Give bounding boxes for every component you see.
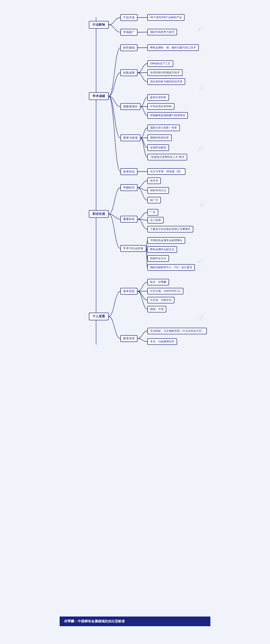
- node-market-detail: 国际市场竞争力提升: [147, 29, 177, 35]
- node-product-detail: 46个系列206个品种的产品: [147, 14, 185, 21]
- node-early1: 技术员: [147, 178, 161, 184]
- node-hon4: "全国杰出优秀科技人才"称号: [147, 154, 187, 160]
- node-career: 职业生涯: [89, 210, 109, 218]
- node-bas1: 姓名：何季麟: [147, 279, 169, 286]
- node-soc4: 国际钽铌研究中心（TIC）执行委员: [147, 264, 195, 271]
- node-hon1: 国家火炬计划奖一等奖: [147, 124, 180, 131]
- node-academic: 学术成就: [89, 92, 109, 100]
- node-edu2: 专业：冶金物理化学: [147, 338, 177, 345]
- node-research-detail: 稀有金属钽、铌、铍的冶炼与加工技术: [147, 44, 199, 51]
- node-bas4: 国籍：中国: [147, 306, 166, 312]
- watermark-1: 笔下: [197, 26, 204, 32]
- watermark-6: 笔下: [198, 314, 205, 321]
- node-hon3: 全国劳动模范: [147, 144, 169, 151]
- node-nat3: 钽电解电容器阳极引线用钽丝: [147, 112, 188, 119]
- node-market: 市场推广: [120, 29, 137, 36]
- node-imp3: 宁夏东方钽业股份有限公司董事长: [147, 226, 193, 232]
- node-innovation: 创新成果: [120, 70, 137, 76]
- node-inno3: 高比容钽粉与细径钽丝开发: [147, 78, 185, 85]
- node-research: 研究领域: [120, 44, 137, 51]
- node-soc2: 稀有金属学会副主任: [147, 246, 177, 253]
- node-product: 产品开发: [120, 14, 137, 21]
- node-academic-social: 学术与社会职务: [120, 245, 146, 252]
- node-inno2: 杂质控制与性能提升技术: [147, 70, 183, 76]
- node-national: 国家级项目: [120, 103, 140, 110]
- watermark-5: 笔下: [197, 258, 204, 264]
- node-important: 重要职务: [120, 216, 137, 222]
- node-bas2: 出生日期：1945年9月1日: [147, 288, 183, 294]
- watermark-4: 笔下: [199, 202, 206, 208]
- node-basic: 基本信息: [120, 288, 137, 295]
- node-early: 早期经历: [120, 184, 137, 191]
- node-bas3: 出生地：河南开封: [147, 297, 174, 304]
- node-inno1: 5种钽粉生产工艺: [147, 60, 173, 67]
- node-edu1: 毕业院校：北京钢铁学院（今北京科技大学）: [147, 328, 207, 334]
- node-industry: 行业影响: [89, 21, 109, 28]
- node-publications: 发表作品: [120, 168, 137, 175]
- node-imp2: 总工程师: [147, 217, 164, 224]
- node-soc3: 钽铌学会主任: [147, 255, 169, 262]
- node-imp1: 厂长: [147, 209, 158, 216]
- node-nat1: 超高比容钽粉: [147, 94, 169, 101]
- bottom-title: 何季麟：中国稀有金属领域的杰出贡献者: [60, 616, 210, 626]
- watermark-3: 笔下: [198, 145, 205, 152]
- node-early3: 副厂长: [147, 197, 161, 204]
- node-nat2: 中高压高比容钽粉: [147, 103, 174, 110]
- node-personal: 个人背景: [89, 313, 109, 320]
- node-pub1: 论文与专著：40余篇（部）: [147, 168, 185, 175]
- node-early2: 钽粉车间主任: [147, 187, 169, 194]
- node-hon2: 国家科技进步奖: [147, 134, 172, 141]
- node-soc1: 中国有色金属学会副理事长: [147, 237, 185, 244]
- watermark-2: 笔下: [198, 84, 205, 91]
- node-education: 教育背景: [120, 335, 137, 342]
- node-honors: 荣誉与奖项: [120, 134, 140, 141]
